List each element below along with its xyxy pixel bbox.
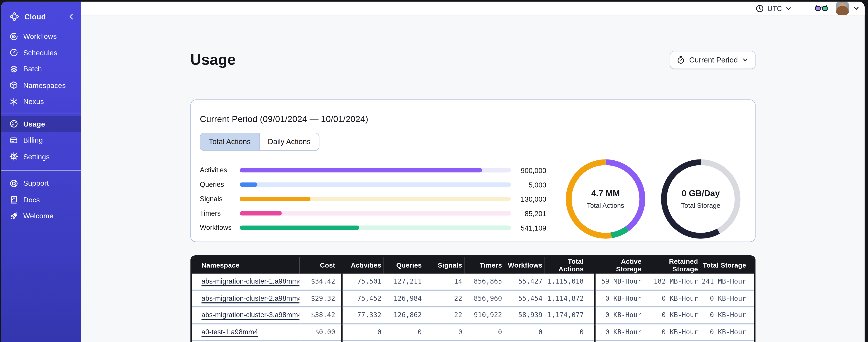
table-row: abs-migration-cluster-2.a98mm4 $29.32 75… [192, 290, 754, 307]
timers-cell: 910,922 [465, 307, 504, 324]
sidebar-item-docs[interactable]: Docs [1, 192, 81, 208]
bar-track [240, 211, 511, 216]
sidebar-item-label: Workflows [23, 32, 57, 41]
sidebar-item-label: Schedules [23, 48, 57, 57]
timezone-label: UTC [767, 4, 782, 12]
workflows-cell: 58,939 [504, 307, 545, 324]
bar-row-activities: Activities 900,000 [200, 163, 546, 177]
col-header-total-actions: Total Actions [545, 257, 595, 274]
sidebar-item-nexus[interactable]: Nexus [1, 93, 81, 110]
cost-cell: $38.42 [299, 307, 341, 324]
bar-row-workflows: Workflows 541,109 [200, 220, 546, 235]
sidebar-item-workflows[interactable]: Workflows [1, 28, 81, 44]
cost-cell: $0.00 [299, 340, 341, 342]
desktop-backdrop: Cloud Workflows Schedules [0, 0, 868, 342]
active-storage-cell: 0 KB-Hour [594, 340, 644, 342]
donut-value: 0 GB/Day [682, 189, 720, 198]
actions-bar-chart: Activities 900,000 Queries 5,000 Signals [200, 163, 546, 235]
active-storage-cell: 0 KB-Hour [594, 323, 644, 340]
bar-label: Workflows [200, 224, 240, 232]
queries-cell: 127,211 [383, 274, 424, 290]
namespace-link[interactable]: abs-migration-cluster-1.a98mm4 [202, 278, 300, 285]
col-header-timers: Timers [465, 257, 504, 274]
sidebar-item-label: Docs [23, 196, 40, 204]
namespaces-icon [9, 81, 18, 90]
namespace-link[interactable]: abs-migration-cluster-2.a98mm4 [202, 295, 300, 302]
sidebar-item-batch[interactable]: Batch [1, 61, 81, 77]
sidebar-item-label: Settings [23, 152, 50, 161]
signals-cell: 22 [424, 290, 465, 307]
batch-icon [9, 65, 18, 73]
timezone-selector[interactable]: UTC [756, 4, 792, 12]
sidebar: Cloud Workflows Schedules [1, 2, 81, 342]
sidebar-item-label: Batch [23, 65, 42, 73]
sidebar-nav: Workflows Schedules Batch [1, 28, 81, 224]
donut-value: 4.7 MM [591, 189, 620, 198]
col-header-active-storage: Active Storage [594, 257, 644, 274]
sidebar-item-namespaces[interactable]: Namespaces [1, 77, 81, 93]
active-storage-cell: 0 KB-Hour [594, 290, 644, 307]
clock-icon [756, 4, 764, 12]
bar-value: 541,109 [511, 224, 546, 232]
queries-cell: 0 [383, 340, 424, 342]
timers-cell: 0 [465, 340, 504, 342]
total-actions-donut: 4.7 MM Total Actions [564, 158, 647, 240]
sidebar-item-usage[interactable]: Usage [1, 116, 81, 132]
avatar[interactable] [836, 2, 849, 15]
sidebar-item-label: Billing [23, 136, 43, 144]
retained-storage-cell: 0 KB-Hour [644, 340, 700, 342]
queries-cell: 126,984 [383, 290, 424, 307]
account-menu-chevron-icon[interactable] [853, 5, 860, 11]
workflows-cell: 0 [504, 323, 545, 340]
col-header-queries: Queries [383, 257, 424, 274]
sidebar-item-billing[interactable]: Billing [1, 132, 81, 148]
chevron-down-icon [742, 57, 748, 63]
bar-value: 5,000 [511, 180, 546, 189]
bar-track [240, 197, 511, 201]
activities-cell: 77,332 [342, 307, 383, 324]
bar-row-timers: Timers 85,201 [200, 206, 546, 220]
sidebar-item-support[interactable]: Support [1, 175, 81, 192]
usage-icon [9, 119, 18, 128]
workflows-cell: 0 [504, 340, 545, 342]
col-header-workflows: Workflows [504, 257, 545, 274]
bar-label: Signals [200, 195, 240, 203]
table-row: a0-test-2.a98mm4 $0.00 0 0 0 0 0 0 0 KB-… [192, 340, 754, 342]
bar-track [240, 226, 511, 230]
tab-total-actions[interactable]: Total Actions [200, 133, 259, 150]
timers-cell: 856,960 [465, 290, 504, 307]
sidebar-item-schedules[interactable]: Schedules [1, 44, 81, 61]
signals-cell: 14 [424, 274, 465, 290]
sidebar-item-welcome[interactable]: Welcome [1, 208, 81, 224]
total-storage-cell: 0 KB-Hour [700, 340, 754, 342]
sidebar-divider [1, 170, 81, 171]
total-actions-cell: 1,174,077 [545, 307, 595, 324]
namespace-link[interactable]: a0-test-1.a98mm4 [202, 328, 258, 336]
namespace-link[interactable]: abs-migration-cluster-3.a98mm4 [202, 311, 300, 319]
tab-daily-actions[interactable]: Daily Actions [259, 133, 319, 150]
period-selector-button[interactable]: Current Period [670, 50, 755, 69]
bar-track [240, 182, 511, 187]
bar-value: 85,201 [511, 209, 546, 217]
total-actions-cell: 0 [545, 323, 595, 340]
total-storage-cell: 0 KB-Hour [700, 307, 754, 324]
table-row: abs-migration-cluster-1.a98mm4 $34.42 75… [192, 274, 754, 290]
bar-fill [240, 182, 257, 187]
cost-cell: $0.00 [299, 323, 341, 340]
table-header-row: Namespace Cost Activities Queries Signal… [192, 257, 754, 274]
bar-fill [240, 226, 359, 230]
col-header-cost: Cost [299, 257, 341, 274]
sidebar-item-settings[interactable]: Settings [1, 148, 81, 165]
usage-summary-card: Current Period (09/01/2024 — 10/01/2024)… [190, 100, 755, 242]
workflows-cell: 55,427 [504, 274, 545, 290]
total-storage-donut: 0 GB/Day Total Storage [659, 158, 742, 240]
total-storage-cell: 0 KB-Hour [700, 290, 754, 307]
bar-track [240, 168, 511, 173]
collapse-sidebar-button[interactable] [67, 13, 75, 20]
cost-cell: $34.42 [299, 274, 341, 290]
total-actions-cell: 1,114,872 [545, 290, 595, 307]
welcome-icon [9, 212, 18, 220]
sidebar-item-label: Nexus [23, 98, 44, 106]
glasses-icon[interactable] [815, 4, 828, 13]
activities-cell: 0 [342, 323, 383, 340]
